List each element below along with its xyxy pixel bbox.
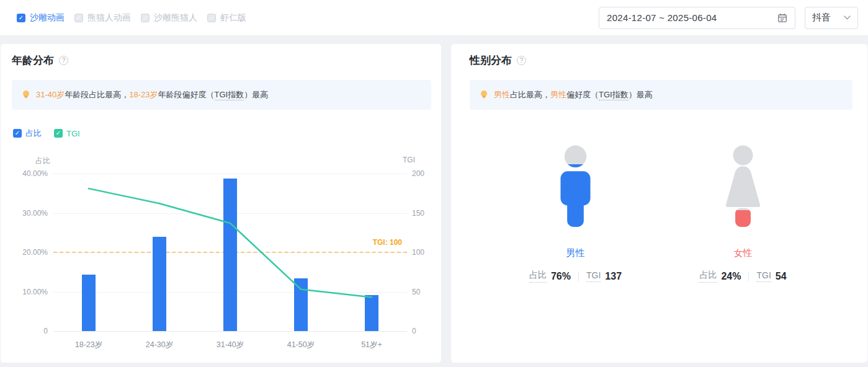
calendar-icon (777, 13, 787, 23)
ratio-value: 24% (721, 271, 741, 282)
ratio-label: 占比 (529, 270, 547, 283)
male-stats: 占比 76% TGI 137 (529, 270, 622, 283)
female-icon (715, 143, 771, 231)
right-axis-tick: 100 (412, 248, 424, 257)
legend-item-占比[interactable]: ✓占比 (13, 128, 42, 139)
right-axis-title: TGI (403, 156, 415, 164)
male-label: 男性 (566, 247, 585, 259)
female-label: 女性 (734, 247, 753, 259)
stat-divider (578, 272, 579, 281)
checkbox-icon: ✓ (74, 14, 83, 22)
right-axis-tick: 0 (412, 327, 416, 335)
left-axis-tick: 10.00% (1, 288, 48, 296)
bulb-icon (22, 90, 30, 100)
series-tab[interactable]: ✓沙雕熊猫人 (141, 12, 197, 24)
checkbox-icon: ✓ (13, 129, 22, 138)
right-axis-tick: 200 (412, 169, 424, 178)
platform-select[interactable]: 抖音 (805, 7, 858, 29)
age-panel-title: 年龄分布 (12, 53, 54, 68)
tgi-line (53, 174, 407, 331)
x-axis-label: 24-30岁 (146, 340, 173, 350)
series-tab-label: 沙雕熊猫人 (154, 12, 197, 24)
series-tab-label: 熊猫人动画 (87, 12, 131, 24)
female-column: 女性 占比 24% TGI 54 (687, 143, 799, 283)
right-axis-tick: 150 (412, 209, 424, 218)
date-range-value: 2024-12-07 ~ 2025-06-04 (607, 12, 717, 23)
gender-panel-title: 性别分布 (470, 53, 512, 68)
ratio-label: 占比 (699, 270, 717, 283)
series-tab[interactable]: ✓虾仁版 (207, 12, 246, 24)
checkbox-icon: ✓ (17, 14, 25, 22)
x-axis-label: 18-23岁 (75, 340, 102, 350)
checkbox-icon: ✓ (207, 14, 216, 22)
age-panel-header: 年龄分布 ? (12, 53, 68, 68)
tgi-value: 137 (605, 271, 622, 282)
x-axis-label: 51岁+ (361, 340, 382, 350)
filter-bar: ✓沙雕动画✓熊猫人动画✓沙雕熊猫人✓虾仁版 2024-12-07 ~ 2025-… (0, 0, 868, 36)
left-axis-tick: 30.00% (1, 209, 48, 218)
female-stats: 占比 24% TGI 54 (699, 270, 786, 283)
right-axis-tick: 50 (412, 288, 420, 296)
series-tab-group: ✓沙雕动画✓熊猫人动画✓沙雕熊猫人✓虾仁版 (17, 12, 246, 24)
series-tab-label: 虾仁版 (220, 12, 246, 24)
age-chart-plot[interactable]: TGI: 10018-23岁24-30岁31-40岁41-50岁51岁+ (53, 174, 407, 331)
platform-value: 抖音 (812, 12, 831, 24)
left-axis-tick: 0 (1, 327, 48, 335)
tgi-label: TGI (756, 270, 771, 282)
stat-divider (748, 272, 749, 281)
legend-label: 占比 (25, 128, 42, 139)
x-axis-label: 41-50岁 (287, 340, 315, 350)
age-insight-text: 31-40岁年龄段占比最高，18-23岁年龄段偏好度（TGI指数）最高 (36, 89, 268, 100)
series-tab[interactable]: ✓熊猫人动画 (74, 12, 131, 24)
gender-distribution-panel: 性别分布 ? 男性占比最高，男性偏好度（TGI指数）最高 (450, 43, 868, 363)
gender-insight-text: 男性占比最高，男性偏好度（TGI指数）最高 (494, 89, 653, 100)
left-axis-tick: 40.00% (1, 169, 48, 178)
legend-item-TGI[interactable]: ✓TGI (54, 128, 80, 139)
gender-figures: 男性 占比 76% TGI 137 (451, 143, 867, 283)
chevron-down-icon (844, 15, 851, 20)
chart-legend: ✓占比✓TGI (13, 128, 80, 139)
series-tab[interactable]: ✓沙雕动画 (17, 12, 65, 24)
filter-bar-right: 2024-12-07 ~ 2025-06-04 抖音 (599, 7, 858, 29)
age-distribution-panel: 年龄分布 ? 31-40岁年龄段占比最高，18-23岁年龄段偏好度（TGI指数）… (0, 43, 442, 363)
gender-panel-header: 性别分布 ? (470, 53, 526, 68)
help-icon[interactable]: ? (59, 56, 68, 65)
tgi-value: 54 (776, 271, 787, 282)
checkbox-icon: ✓ (141, 14, 150, 22)
help-icon[interactable]: ? (517, 56, 526, 65)
ratio-value: 76% (551, 271, 571, 282)
age-insight-tip: 31-40岁年龄段占比最高，18-23岁年龄段偏好度（TGI指数）最高 (12, 80, 431, 110)
gender-insight-tip: 男性占比最高，男性偏好度（TGI指数）最高 (470, 80, 852, 110)
bulb-icon (480, 90, 488, 100)
tgi-label: TGI (586, 270, 601, 282)
gridline (53, 331, 407, 332)
series-tab-label: 沙雕动画 (30, 12, 65, 24)
date-range-picker[interactable]: 2024-12-07 ~ 2025-06-04 (599, 7, 795, 29)
left-axis-tick: 20.00% (1, 248, 48, 257)
legend-label: TGI (66, 129, 80, 138)
left-axis-title: 占比 (1, 156, 50, 166)
male-icon (548, 143, 603, 231)
checkbox-icon: ✓ (54, 129, 63, 138)
x-axis-label: 31-40岁 (217, 340, 244, 350)
male-column: 男性 占比 76% TGI 137 (520, 143, 632, 283)
